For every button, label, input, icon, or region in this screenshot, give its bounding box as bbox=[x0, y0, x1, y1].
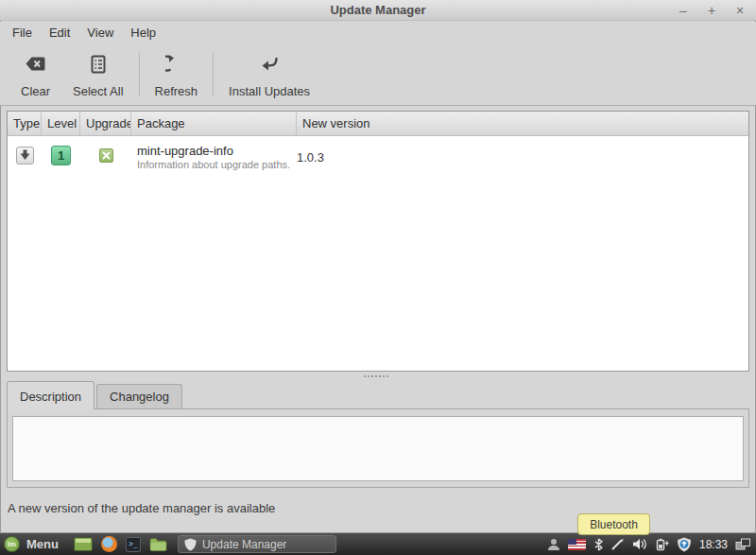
maximize-button[interactable]: + bbox=[705, 0, 718, 21]
column-header-level[interactable]: Level bbox=[42, 112, 80, 135]
menu-file[interactable]: File bbox=[4, 24, 41, 42]
column-header-upgrade[interactable]: Upgrade bbox=[80, 112, 131, 135]
refresh-button[interactable]: Refresh bbox=[144, 49, 210, 100]
folder-icon bbox=[149, 537, 167, 551]
window-title: Update Manager bbox=[0, 3, 756, 17]
table-row[interactable]: 1 mint-upgrade-info Information about up… bbox=[8, 136, 748, 174]
upgrade-checkbox[interactable] bbox=[99, 148, 113, 163]
bluetooth-tooltip: Bluetooth bbox=[577, 513, 650, 535]
install-updates-icon bbox=[259, 53, 280, 76]
clock[interactable]: 18:33 bbox=[699, 538, 728, 551]
toolbar-separator bbox=[139, 53, 140, 96]
level-badge: 1 bbox=[51, 146, 71, 165]
details-tabs: Description Changelog bbox=[7, 381, 184, 409]
update-shield-tray-icon[interactable] bbox=[677, 537, 692, 552]
keyboard-layout-us-flag-icon[interactable] bbox=[568, 539, 586, 550]
refresh-label: Refresh bbox=[155, 84, 198, 98]
clear-label: Clear bbox=[21, 84, 50, 98]
taskbar-window-button[interactable]: Update Manager bbox=[178, 535, 336, 553]
battery-icon[interactable] bbox=[655, 538, 669, 551]
tab-changelog[interactable]: Changelog bbox=[96, 384, 182, 409]
bluetooth-icon[interactable] bbox=[593, 538, 604, 551]
show-desktop-button[interactable] bbox=[74, 537, 93, 551]
install-updates-label: Install Updates bbox=[229, 84, 310, 98]
toolbar-separator bbox=[213, 53, 214, 96]
workspace-switcher-icon[interactable] bbox=[735, 538, 751, 550]
updates-table: Type Level Upgrade Package New version 1… bbox=[7, 111, 749, 372]
menu-help[interactable]: Help bbox=[122, 24, 164, 42]
taskbar: lm Menu >_ Update Manager 18:33 bbox=[0, 533, 756, 555]
refresh-icon bbox=[165, 53, 186, 76]
details-panel bbox=[7, 408, 749, 488]
toolbar: Clear Select All Refresh Install Updates bbox=[0, 43, 756, 106]
column-header-type[interactable]: Type bbox=[8, 112, 42, 135]
package-name: mint-upgrade-info bbox=[137, 144, 233, 158]
install-updates-button[interactable]: Install Updates bbox=[217, 49, 321, 100]
table-header: Type Level Upgrade Package New version bbox=[8, 112, 748, 136]
titlebar[interactable]: Update Manager – + × bbox=[0, 0, 756, 21]
menu-edit[interactable]: Edit bbox=[41, 24, 78, 42]
system-tray: 18:33 bbox=[547, 537, 756, 552]
firefox-launcher[interactable] bbox=[101, 536, 117, 552]
shield-icon bbox=[184, 538, 197, 551]
column-header-package[interactable]: Package bbox=[131, 112, 297, 135]
stylus-icon[interactable] bbox=[611, 538, 625, 550]
user-icon[interactable] bbox=[547, 538, 560, 551]
pane-resize-handle[interactable] bbox=[364, 375, 388, 377]
firefox-icon bbox=[101, 536, 117, 552]
window-controls: – + × bbox=[677, 0, 747, 21]
update-manager-window: Update Manager – + × File Edit View Help… bbox=[0, 0, 756, 533]
volume-icon[interactable] bbox=[632, 538, 647, 550]
select-all-button[interactable]: Select All bbox=[61, 49, 134, 100]
description-content[interactable] bbox=[12, 416, 744, 481]
select-all-label: Select All bbox=[73, 84, 123, 98]
mint-menu-icon[interactable]: lm bbox=[4, 536, 20, 552]
minimize-button[interactable]: – bbox=[677, 0, 690, 21]
menubar: File Edit View Help bbox=[0, 22, 756, 43]
show-desktop-icon bbox=[74, 537, 93, 551]
tab-description[interactable]: Description bbox=[7, 381, 94, 409]
terminal-launcher[interactable]: >_ bbox=[126, 537, 141, 552]
package-description: Information about upgrade paths. bbox=[137, 159, 290, 170]
menu-view[interactable]: View bbox=[78, 24, 122, 42]
files-launcher[interactable] bbox=[149, 537, 167, 551]
close-button[interactable]: × bbox=[733, 0, 747, 21]
column-header-new-version[interactable]: New version bbox=[297, 112, 748, 135]
clear-icon bbox=[25, 53, 46, 76]
package-download-icon bbox=[16, 147, 34, 165]
new-version-value: 1.0.3 bbox=[297, 150, 324, 165]
select-all-icon bbox=[90, 53, 107, 76]
menu-button[interactable]: Menu bbox=[26, 537, 59, 551]
terminal-icon: >_ bbox=[126, 537, 141, 552]
clear-button[interactable]: Clear bbox=[9, 49, 61, 100]
taskbar-window-label: Update Manager bbox=[202, 538, 286, 551]
status-message: A new version of the update manager is a… bbox=[8, 501, 275, 515]
